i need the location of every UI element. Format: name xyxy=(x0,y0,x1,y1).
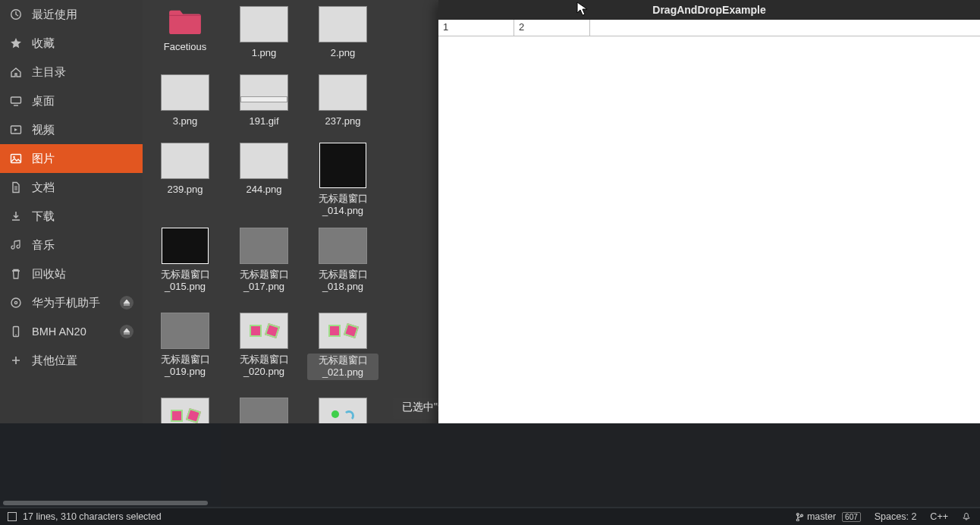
star-icon xyxy=(9,36,23,50)
file-thumbnail xyxy=(240,143,288,179)
window-title: DragAndDropExample xyxy=(652,4,765,16)
file-name: 191.gif xyxy=(228,115,300,127)
svg-point-6 xyxy=(14,301,17,303)
file-tile[interactable]: 237.png xyxy=(303,73,382,141)
sidebar-item-star[interactable]: 收藏 xyxy=(0,29,143,58)
sidebar-item-label: 华为手机助手 xyxy=(32,296,100,310)
table-header-row: 1 2 xyxy=(438,20,980,36)
file-tile[interactable]: 无标题窗口_020.png xyxy=(225,311,303,396)
svg-rect-3 xyxy=(11,155,21,163)
file-tile[interactable]: 3.png xyxy=(146,73,225,141)
file-tile[interactable]: 无标题窗口_015.png xyxy=(146,226,225,311)
file-name: 2.png xyxy=(307,47,378,59)
selection-mode-icon[interactable] xyxy=(8,512,17,521)
trash-icon xyxy=(9,267,23,281)
music-icon xyxy=(9,238,23,252)
file-thumbnail xyxy=(161,313,209,349)
eject-icon[interactable] xyxy=(120,296,133,310)
sidebar-item-label: 下载 xyxy=(32,209,55,224)
sidebar-item-label: 收藏 xyxy=(32,36,55,51)
sidebar-item-label: 主目录 xyxy=(32,65,66,80)
sidebar-item-doc[interactable]: 文档 xyxy=(0,173,143,202)
file-name: 无标题窗口_021.png xyxy=(307,354,378,380)
drag-drop-window: DragAndDropExample 1 2 xyxy=(438,0,980,440)
sidebar-item-label: 文档 xyxy=(32,181,55,195)
file-name: 无标题窗口_017.png xyxy=(228,269,300,294)
file-thumbnail xyxy=(162,228,209,264)
file-name: 237.png xyxy=(307,115,378,127)
disc-icon xyxy=(9,296,23,310)
doc-icon xyxy=(9,181,23,194)
sidebar-item-label: 最近使用 xyxy=(32,8,77,22)
horizontal-scrollbar[interactable] xyxy=(3,501,208,505)
file-tile[interactable]: 244.png xyxy=(225,141,303,209)
sidebar-item-image[interactable]: 图片 xyxy=(0,144,143,173)
editor-statusbar: 17 lines, 310 characters selected master… xyxy=(0,508,980,525)
file-tile[interactable]: 无标题窗口_014.png xyxy=(303,141,382,226)
svg-point-5 xyxy=(11,298,20,307)
file-thumbnail xyxy=(319,6,367,42)
file-tile[interactable]: Facetious xyxy=(146,5,225,73)
video-icon xyxy=(9,123,23,137)
file-tile[interactable]: 191.gif xyxy=(225,73,303,141)
sidebar-item-label: BMH AN20 xyxy=(32,325,86,338)
file-thumbnail xyxy=(319,228,367,264)
file-thumbnail xyxy=(240,74,288,111)
file-tile[interactable]: 无标题窗口_018.png xyxy=(303,226,382,311)
branch-badge: 607 xyxy=(842,512,861,522)
svg-point-8 xyxy=(15,335,17,336)
drop-canvas[interactable] xyxy=(438,36,980,440)
sidebar-item-phone[interactable]: BMH AN20 xyxy=(0,317,143,346)
indent-info[interactable]: Spaces: 2 xyxy=(875,511,917,522)
file-tile[interactable]: 无标题窗口_021.png xyxy=(303,311,382,396)
sidebar-item-plus[interactable]: 其他位置 xyxy=(0,346,143,375)
file-tile[interactable]: 1.png xyxy=(225,5,303,73)
file-name: 244.png xyxy=(228,184,300,196)
phone-icon xyxy=(9,325,23,338)
file-tile[interactable]: 239.png xyxy=(146,141,225,209)
file-thumbnail xyxy=(319,143,366,188)
file-tile[interactable]: 无标题窗口_022.png xyxy=(146,396,225,423)
table-col-1[interactable]: 1 xyxy=(438,20,514,36)
file-tile[interactable]: 无标题窗口_017.png xyxy=(225,226,303,311)
sidebar-item-music[interactable]: 音乐 xyxy=(0,231,143,259)
sidebar-item-video[interactable]: 视频 xyxy=(0,115,143,144)
selection-info: 17 lines, 310 characters selected xyxy=(23,511,162,522)
sidebar-item-home[interactable]: 主目录 xyxy=(0,58,143,86)
file-tile[interactable]: 无标题窗口_023.png xyxy=(225,396,303,423)
file-name: 无标题窗口_015.png xyxy=(149,269,221,294)
file-name: 无标题窗口_019.png xyxy=(149,354,221,379)
file-tile[interactable]: 2.png xyxy=(303,5,382,73)
clock-icon xyxy=(9,8,23,21)
sidebar-item-label: 回收站 xyxy=(32,267,66,281)
file-selection-status: 已选中"无标题窗口_021.png" (55.4 xyxy=(393,398,438,419)
file-tile[interactable]: 无标题窗口_024.png xyxy=(303,396,382,423)
editor-gutter xyxy=(0,423,221,507)
sidebar-item-label: 图片 xyxy=(32,152,55,166)
notifications-icon[interactable] xyxy=(962,512,971,521)
file-grid-pane: Facetious1.png2.png3.png191.gif237.png23… xyxy=(143,0,438,423)
sidebar-item-clock[interactable]: 最近使用 xyxy=(0,0,143,29)
sidebar-item-download[interactable]: 下载 xyxy=(0,202,143,231)
svg-point-4 xyxy=(13,156,15,159)
language-mode[interactable]: C++ xyxy=(930,511,948,522)
git-branch[interactable]: master 607 xyxy=(795,511,861,522)
file-thumbnail xyxy=(240,6,288,42)
file-manager-sidebar: 最近使用收藏主目录桌面视频图片文档下载音乐回收站华为手机助手BMH AN20其他… xyxy=(0,0,143,423)
git-branch-icon xyxy=(795,512,804,521)
table-col-2[interactable]: 2 xyxy=(514,20,590,36)
sidebar-item-desktop[interactable]: 桌面 xyxy=(0,86,143,115)
file-thumbnail xyxy=(161,143,209,179)
sidebar-item-disc[interactable]: 华为手机助手 xyxy=(0,288,143,317)
file-thumbnail xyxy=(240,398,288,423)
file-thumbnail xyxy=(319,398,367,423)
window-titlebar[interactable]: DragAndDropExample xyxy=(438,0,980,20)
eject-icon[interactable] xyxy=(120,325,133,338)
file-name: 无标题窗口_020.png xyxy=(228,354,300,379)
file-thumbnail xyxy=(240,313,288,349)
file-tile[interactable]: 无标题窗口_019.png xyxy=(146,311,225,396)
sidebar-item-trash[interactable]: 回收站 xyxy=(0,259,143,288)
file-name: 239.png xyxy=(149,184,221,196)
file-name: 无标题窗口_018.png xyxy=(307,269,378,294)
file-name: 1.png xyxy=(228,47,300,59)
